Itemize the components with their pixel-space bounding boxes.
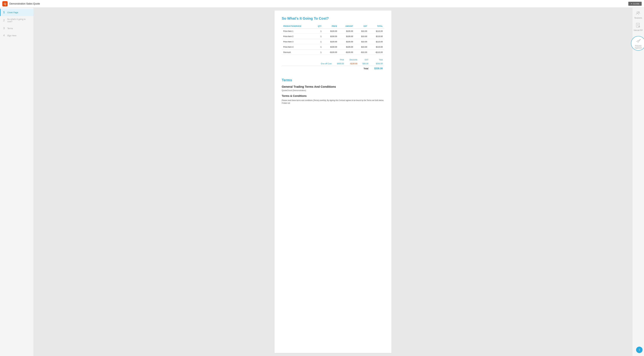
summary-row-oneoff: One-off Cost $400.00 -$100.00 $30.00 $33…: [282, 62, 384, 66]
sidebar-item-label-1: Cover Page: [7, 11, 18, 14]
pricing-section-title: So What's It Going To Cost?: [282, 17, 384, 21]
recipients-button[interactable]: Recipients: [634, 10, 642, 19]
row-gst: $10.00: [354, 44, 368, 50]
sidebar-item-cover-page[interactable]: 1 Cover Page: [0, 9, 34, 16]
terms-heading: General Trading Terms And Conditions: [282, 85, 384, 89]
request-approval-label: RequestApproval: [635, 45, 642, 49]
row-price: $100.00: [323, 34, 338, 39]
row-price: $100.00: [323, 29, 338, 34]
main-layout: 1 Cover Page 2 So what's it going to cos…: [0, 8, 644, 356]
row-price: -$100.00: [323, 50, 338, 55]
summary-oneoff-price: $400.00: [333, 62, 346, 66]
recipients-icon: [635, 10, 641, 17]
summary-oneoff-discounts: -$100.00: [346, 62, 359, 66]
recipients-label: Recipients: [634, 17, 642, 19]
col-header-total: TOTAL: [368, 24, 384, 29]
table-row: Price Item 4 1 $100.00 $100.00 $10.00 $1…: [282, 44, 384, 50]
terms-sub: QuoteCloud (Demonstration): [282, 89, 384, 92]
header-left: Q Demonstration Sales Quote: [2, 1, 40, 7]
row-total: -$110.00: [368, 50, 384, 55]
row-total: $110.00: [368, 44, 384, 50]
app-header: Q Demonstration Sales Quote ✕ CLOSE: [0, 0, 644, 8]
sidebar-item-pricing[interactable]: 2 So what's it going to cost?: [0, 16, 34, 25]
row-qty: 1: [313, 29, 323, 34]
table-row: Discount 1 -$100.00 -$100.00 -$10.00 -$1…: [282, 50, 384, 55]
sidebar-item-sign-here[interactable]: 4 Sign Here: [0, 32, 34, 39]
price-table: PRODUCTS/SERVICE QTY PRICE AMOUNT GST TO…: [282, 24, 384, 55]
summary-header-discounts: Discounts: [346, 58, 359, 62]
row-gst: $10.00: [354, 29, 368, 34]
view-pdf-button[interactable]: View as PDF: [634, 22, 643, 31]
view-pdf-label: View as PDF: [634, 29, 643, 31]
row-total: $110.00: [368, 34, 384, 39]
col-header-product: PRODUCTS/SERVICE: [282, 24, 313, 29]
sidebar-item-num-1: 1: [3, 11, 6, 14]
row-qty: 1: [313, 50, 323, 55]
row-amount: -$100.00: [338, 50, 354, 55]
total-amount: $330.00: [370, 66, 384, 71]
col-header-price: PRICE: [323, 24, 338, 29]
total-label: Total: [359, 66, 370, 71]
row-amount: $100.00: [338, 29, 354, 34]
row-total: $110.00: [368, 39, 384, 44]
row-name: Discount: [282, 50, 313, 55]
view-pdf-icon: [635, 22, 642, 29]
sidebar-item-num-3: 3: [3, 27, 6, 30]
table-row: Price Item 1 1 $100.00 $100.00 $10.00 $1…: [282, 29, 384, 34]
sidebar-item-label-3: Terms: [7, 27, 13, 30]
request-approval-button[interactable]: RequestApproval: [631, 36, 644, 51]
row-name: Price Item 2: [282, 34, 313, 39]
row-price: $100.00: [323, 39, 338, 44]
terms-section: Terms General Trading Terms And Conditio…: [282, 78, 384, 105]
table-row: Price Item 2 1 $100.00 $100.00 $10.00 $1…: [282, 34, 384, 39]
header-title: Demonstration Sales Quote: [9, 2, 40, 5]
row-qty: 1: [313, 39, 323, 44]
content-area[interactable]: So What's It Going To Cost? PRODUCTS/SER…: [34, 8, 632, 356]
app-logo: Q: [2, 1, 8, 7]
summary-header-price: Price: [333, 58, 346, 62]
row-amount: $100.00: [338, 34, 354, 39]
svg-point-0: [637, 12, 638, 13]
col-header-amount: AMOUNT: [338, 24, 354, 29]
sidebar-item-label-4: Sign Here: [7, 35, 16, 37]
summary-header-gst: GST: [359, 58, 370, 62]
col-header-qty: QTY: [313, 24, 323, 29]
sidebar-item-num-4: 4: [3, 34, 6, 37]
row-amount: $100.00: [338, 39, 354, 44]
summary-oneoff-label: One-off Cost: [282, 62, 333, 66]
row-gst: $10.00: [354, 39, 368, 44]
right-sidebar: Recipients View as PDF Req: [632, 8, 644, 356]
terms-conditions-title: Terms & Conditions: [282, 95, 384, 98]
row-amount: $100.00: [338, 44, 354, 50]
summary-table: Price Discounts GST Total One-off Cost $…: [282, 58, 384, 71]
table-row: Price Item 3 1 $100.00 $100.00 $10.00 $1…: [282, 39, 384, 44]
svg-point-1: [638, 12, 640, 13]
terms-body: Please read these terms and conditions (…: [282, 99, 384, 105]
page-content: So What's It Going To Cost? PRODUCTS/SER…: [274, 11, 392, 353]
summary-oneoff-total: $330.00: [370, 62, 384, 66]
logo-letter: Q: [4, 2, 6, 6]
scroll-up-button[interactable]: ⇧: [636, 347, 642, 353]
row-name: Price Item 3: [282, 39, 313, 44]
row-gst: -$10.00: [354, 50, 368, 55]
row-price: $100.00: [323, 44, 338, 50]
row-qty: 1: [313, 34, 323, 39]
row-total: $110.00: [368, 29, 384, 34]
sidebar-item-terms[interactable]: 3 Terms: [0, 25, 34, 32]
row-qty: 1: [313, 44, 323, 50]
terms-section-title: Terms: [282, 78, 384, 82]
col-header-gst: GST: [354, 24, 368, 29]
summary-total-row: Total $330.00: [282, 66, 384, 71]
summary-oneoff-gst: $30.00: [359, 62, 370, 66]
left-sidebar: 1 Cover Page 2 So what's it going to cos…: [0, 8, 34, 356]
close-button[interactable]: ✕ CLOSE: [628, 2, 642, 6]
request-approval-icon: [635, 37, 642, 45]
row-name: Price Item 4: [282, 44, 313, 50]
sidebar-item-num-2: 2: [3, 19, 6, 22]
summary-header-total: Total: [370, 58, 384, 62]
row-name: Price Item 1: [282, 29, 313, 34]
pricing-section: So What's It Going To Cost? PRODUCTS/SER…: [282, 17, 384, 71]
sidebar-item-label-2: So what's it going to cost?: [7, 18, 31, 23]
row-gst: $10.00: [354, 34, 368, 39]
